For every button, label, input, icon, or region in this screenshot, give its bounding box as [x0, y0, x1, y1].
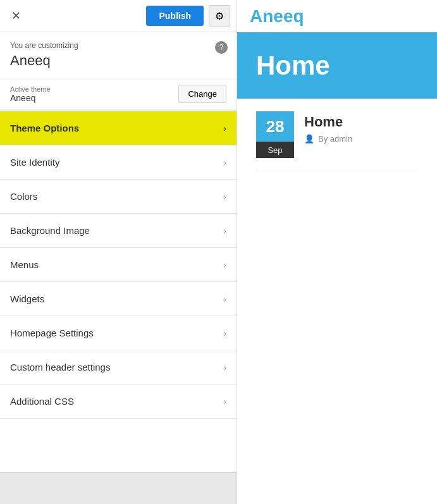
hero-title: Home — [256, 51, 330, 81]
nav-item-widgets[interactable]: Widgets› — [0, 282, 237, 316]
post-info: Home 👤 By admin — [304, 111, 352, 144]
chevron-right-icon: › — [223, 192, 226, 202]
user-icon: 👤 — [304, 134, 314, 144]
help-icon[interactable]: ? — [215, 41, 228, 54]
right-panel: Aneeq Home 28 Sep Home 👤 By admin — [237, 0, 437, 504]
nav-item-label: Additional CSS — [10, 396, 74, 407]
active-theme-label: Active theme — [10, 85, 51, 93]
close-button[interactable]: ✕ — [6, 6, 25, 25]
top-bar: ✕ Publish ⚙ — [0, 0, 237, 32]
nav-list: Theme Options›Site Identity›Colors›Backg… — [0, 111, 237, 472]
customizing-section: You are customizing Aneeq ? — [0, 32, 237, 78]
active-theme-section: Active theme Aneeq Change — [0, 78, 237, 111]
nav-item-homepage-settings[interactable]: Homepage Settings› — [0, 316, 237, 350]
change-theme-button[interactable]: Change — [178, 85, 226, 103]
site-header: Aneeq — [237, 0, 437, 32]
publish-button[interactable]: Publish — [146, 6, 204, 26]
post-meta: 👤 By admin — [304, 134, 352, 144]
chevron-right-icon: › — [223, 328, 226, 338]
nav-item-label: Site Identity — [10, 157, 59, 168]
active-theme-name: Aneeq — [10, 93, 51, 103]
nav-item-label: Homepage Settings — [10, 328, 94, 338]
nav-item-menus[interactable]: Menus› — [0, 248, 237, 282]
nav-item-custom-header-settings[interactable]: Custom header settings› — [0, 350, 237, 384]
chevron-right-icon: › — [223, 362, 226, 372]
nav-item-label: Menus — [10, 259, 39, 270]
post-title: Home — [304, 114, 352, 130]
nav-item-background-image[interactable]: Background Image› — [0, 214, 237, 248]
post-item: 28 Sep Home 👤 By admin — [256, 111, 418, 171]
nav-item-label: Custom header settings — [10, 362, 110, 372]
gear-button[interactable]: ⚙ — [209, 5, 230, 27]
chevron-right-icon: › — [223, 260, 226, 270]
post-author: By admin — [318, 134, 352, 144]
chevron-right-icon: › — [223, 226, 226, 236]
nav-item-additional-css[interactable]: Additional CSS› — [0, 384, 237, 419]
left-panel: ✕ Publish ⚙ You are customizing Aneeq ? … — [0, 0, 237, 504]
nav-item-colors[interactable]: Colors› — [0, 180, 237, 214]
hero-banner: Home — [237, 32, 437, 99]
content-area: 28 Sep Home 👤 By admin — [237, 99, 437, 504]
customizing-name: Aneeq — [10, 52, 226, 69]
nav-item-theme-options[interactable]: Theme Options› — [0, 111, 237, 145]
nav-item-label: Widgets — [10, 293, 44, 304]
date-day: 28 — [256, 111, 294, 142]
date-month: Sep — [256, 142, 294, 158]
nav-item-label: Background Image — [10, 225, 90, 236]
customizing-label: You are customizing — [10, 41, 226, 50]
chevron-right-icon: › — [223, 123, 226, 133]
nav-item-label: Theme Options — [10, 123, 79, 133]
nav-item-label: Colors — [10, 191, 37, 202]
chevron-right-icon: › — [223, 294, 226, 304]
active-theme-info: Active theme Aneeq — [10, 85, 51, 103]
nav-item-site-identity[interactable]: Site Identity› — [0, 145, 237, 180]
bottom-area — [0, 472, 237, 504]
chevron-right-icon: › — [223, 396, 226, 407]
chevron-right-icon: › — [223, 157, 226, 168]
site-title: Aneeq — [250, 6, 304, 27]
date-box: 28 Sep — [256, 111, 294, 158]
